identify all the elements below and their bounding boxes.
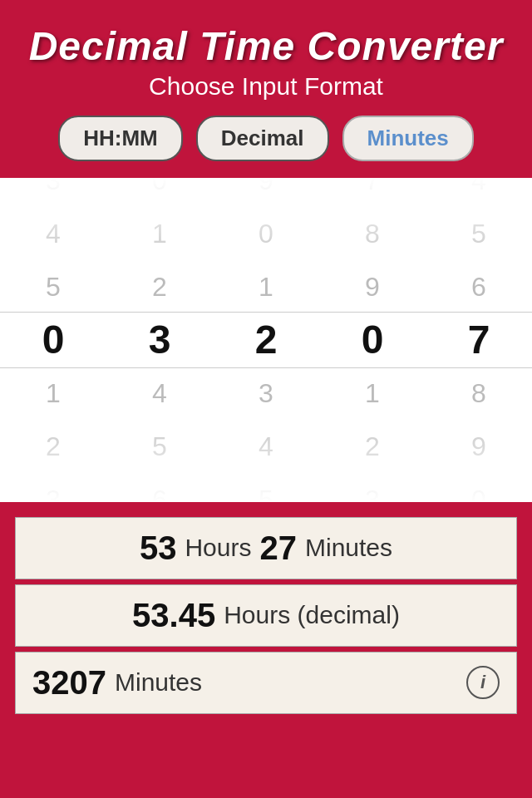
picker-col-3[interactable]: 890123456 [213,178,319,502]
result-total-minutes-label: Minutes [115,668,202,697]
picker-item: 3 [319,473,426,502]
result-decimal-value: 53.45 [132,597,215,634]
picker-columns: 2345012349012345678901234566789012343456… [0,178,532,502]
picker-item: 9 [319,260,426,313]
subtitle: Choose Input Format [17,72,515,101]
picker-item: 0 [213,207,319,260]
picker-item: 0 [106,178,213,207]
format-minutes-button[interactable]: Minutes [342,116,474,161]
result-total-minutes-value: 3207 [32,664,106,702]
picker-item: 0 [0,313,106,367]
picker-item: 5 [106,420,213,473]
picker-item: 0 [319,313,426,367]
result-minutes-value: 27 [259,530,297,567]
result-minutes-total-left: 3207 Minutes [32,664,202,702]
picker-item: 3 [213,367,319,420]
picker-item: 1 [319,367,426,420]
picker-item: 0 [426,473,532,502]
picker-item: 4 [106,367,213,420]
picker-item: 3 [0,178,106,207]
picker-item: 5 [213,473,319,502]
picker-item: 2 [213,313,319,367]
results-area: 53 Hours 27 Minutes 53.45 Hours (decimal… [0,502,532,727]
info-icon[interactable]: i [466,666,500,699]
picker-item: 8 [319,207,426,260]
picker-item: 2 [319,420,426,473]
picker-item: 4 [0,207,106,260]
picker-item: 7 [319,178,426,207]
result-hours-value: 53 [140,530,177,567]
result-row-1: 53 Hours 27 Minutes [15,517,517,579]
app-title: Decimal Time Converter [17,25,515,69]
picker-col-5[interactable]: 345678901 [426,178,532,502]
picker-item: 9 [213,178,319,207]
picker-item: 6 [426,260,532,313]
picker-col-2[interactable]: 901234567 [106,178,213,502]
format-hhmm-button[interactable]: HH:MM [58,116,183,161]
format-buttons: HH:MM Decimal Minutes [17,116,515,161]
picker-item: 2 [106,260,213,313]
picker-area[interactable]: 2345012349012345678901234566789012343456… [0,178,532,502]
picker-item: 1 [213,260,319,313]
picker-item: 3 [106,313,213,367]
format-decimal-button[interactable]: Decimal [196,116,329,161]
result-minutes-label: Minutes [305,534,392,562]
picker-col-1[interactable]: 234501234 [0,178,106,502]
picker-item: 5 [0,260,106,313]
picker-item: 7 [426,313,532,367]
picker-col-4[interactable]: 678901234 [319,178,426,502]
picker-item: 1 [0,367,106,420]
result-row-3: 3207 Minutes i [15,652,517,714]
picker-item: 5 [426,207,532,260]
picker-item: 1 [106,207,213,260]
picker-item: 8 [426,367,532,420]
picker-item: 6 [106,473,213,502]
result-decimal-label: Hours (decimal) [224,601,400,629]
picker-item: 2 [0,420,106,473]
picker-item: 3 [0,473,106,502]
picker-item: 4 [213,420,319,473]
picker-item: 4 [426,178,532,207]
picker-item: 9 [426,420,532,473]
result-hours-label: Hours [185,534,251,562]
header: Decimal Time Converter Choose Input Form… [0,0,532,178]
result-row-2: 53.45 Hours (decimal) [15,584,517,647]
